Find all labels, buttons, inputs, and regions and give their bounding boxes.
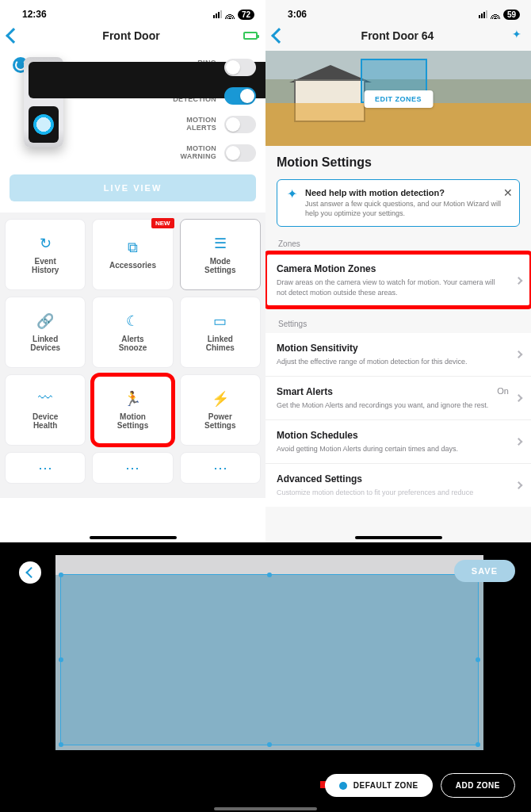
settings-card[interactable]: Motion Settings: [92, 374, 173, 446]
card-label: Power Settings: [204, 412, 235, 431]
card-label: Accessories: [109, 261, 156, 270]
misc-icon: [213, 459, 227, 477]
settings-row[interactable]: Smart AlertsGet the Motion Alerts and re…: [266, 376, 531, 419]
card-label: Linked Devices: [30, 335, 60, 353]
back-button[interactable]: [19, 561, 41, 584]
toggle-label: MOTION ALERTS: [186, 117, 216, 132]
toggle-switch[interactable]: [224, 87, 256, 105]
misc-icon: [125, 459, 139, 477]
help-title: Need help with motion detection?: [305, 188, 510, 197]
row-title: Smart Alerts: [277, 386, 520, 397]
back-button[interactable]: [6, 28, 21, 44]
zone-selection[interactable]: [60, 574, 479, 745]
clock: 3:06: [288, 9, 307, 20]
toggle-switch[interactable]: [224, 144, 256, 162]
section-label-settings: Settings: [278, 320, 518, 328]
mode-icon: [214, 235, 227, 252]
row-sub: Customize motion detection to fit your p…: [277, 488, 520, 497]
cell-signal-icon: [213, 10, 222, 18]
save-button[interactable]: SAVE: [454, 560, 515, 582]
home-indicator[interactable]: [90, 536, 177, 539]
settings-card[interactable]: Power Settings: [180, 374, 261, 446]
row-sub: Get the Motion Alerts and recordings you…: [277, 400, 520, 410]
settings-card[interactable]: NEWAccessories: [92, 219, 173, 290]
device-image: [10, 54, 78, 165]
page-title: Front Door 64: [361, 29, 434, 42]
toggle-switch[interactable]: [224, 59, 256, 76]
power-icon: [212, 390, 229, 408]
home-indicator[interactable]: [214, 807, 317, 810]
row-title: Advanced Settings: [277, 473, 520, 485]
zone-editor: SAVE DEFAULT ZONE ADD ZONE: [0, 542, 531, 812]
edit-zones-button[interactable]: EDIT ZONES: [364, 90, 433, 108]
snooze-icon: [126, 312, 139, 330]
close-icon[interactable]: ✕: [503, 186, 513, 199]
row-sub: Adjust the effective range of motion det…: [277, 357, 520, 366]
help-sub: Just answer a few quick questions, and o…: [305, 200, 510, 218]
page-title: Front Door: [102, 29, 159, 42]
section-label-zones: Zones: [278, 239, 518, 248]
camera-preview[interactable]: EDIT ZONES: [266, 51, 531, 146]
accessories-icon: [128, 239, 138, 256]
default-zone-button[interactable]: DEFAULT ZONE: [325, 774, 433, 797]
chime-icon: [213, 312, 227, 330]
wifi-icon: [225, 10, 235, 19]
link-icon: [36, 312, 54, 330]
section-title: Motion Settings: [277, 155, 520, 170]
settings-row[interactable]: Advanced SettingsCustomize motion detect…: [266, 463, 531, 507]
status-bar-left: 12:36 72: [0, 0, 266, 24]
toggle-switch[interactable]: [224, 116, 256, 133]
row-sub: Draw areas on the camera view to watch f…: [277, 278, 520, 297]
new-badge: NEW: [151, 218, 174, 228]
default-zone-label: DEFAULT ZONE: [353, 781, 418, 790]
settings-card[interactable]: Linked Chimes: [180, 297, 261, 368]
toggle-label: MOTION WARNING: [180, 145, 216, 161]
card-more[interactable]: [180, 452, 261, 484]
motion-icon: [124, 390, 141, 408]
back-button[interactable]: [271, 28, 287, 44]
settings-row[interactable]: Motion SensitivityAdjust the effective r…: [266, 333, 531, 376]
excluded-area-overlay: [266, 103, 531, 146]
live-view-button[interactable]: LIVE VIEW: [10, 174, 256, 201]
settings-card[interactable]: Device Health: [5, 374, 86, 446]
row-title: Motion Schedules: [277, 430, 520, 441]
home-indicator[interactable]: [355, 536, 442, 539]
battery-status: 59: [503, 10, 520, 20]
row-sub: Avoid getting Motion Alerts during certa…: [277, 444, 520, 454]
wizard-icon[interactable]: [510, 29, 523, 42]
settings-card[interactable]: Linked Devices: [5, 297, 86, 368]
card-label: Event History: [32, 257, 59, 275]
card-label: Motion Settings: [117, 412, 148, 431]
settings-row[interactable]: Motion SchedulesAvoid getting Motion Ale…: [266, 419, 531, 463]
settings-card[interactable]: Alerts Snooze: [92, 297, 173, 368]
row-value: On: [497, 386, 509, 396]
wand-icon: ✦: [287, 188, 297, 218]
settings-card[interactable]: Event History: [5, 219, 86, 290]
card-label: Device Health: [32, 412, 58, 431]
card-label: Alerts Snooze: [119, 335, 147, 353]
zone-color-dot: [339, 782, 347, 790]
add-zone-label: ADD ZONE: [456, 781, 500, 790]
settings-card[interactable]: Mode Settings: [180, 219, 261, 290]
card-more[interactable]: [5, 452, 86, 484]
card-label: Mode Settings: [204, 257, 235, 275]
row-title: Camera Motion Zones: [277, 263, 520, 274]
card-label: Linked Chimes: [206, 335, 235, 353]
wifi-icon: [491, 10, 500, 19]
misc-icon: [38, 459, 52, 477]
health-icon: [38, 390, 52, 408]
clock: 12:36: [22, 9, 47, 20]
battery-status: 72: [238, 10, 254, 20]
help-card[interactable]: ✦ Need help with motion detection? Just …: [277, 179, 520, 227]
add-zone-button[interactable]: ADD ZONE: [441, 773, 515, 798]
card-more[interactable]: [92, 452, 173, 484]
device-battery-icon: [243, 32, 258, 40]
row-title: Motion Sensitivity: [277, 343, 520, 354]
status-bar-right: 3:06 59: [266, 0, 531, 24]
camera-motion-zones-row[interactable]: Camera Motion Zones Draw areas on the ca…: [266, 253, 531, 306]
history-icon: [40, 235, 52, 252]
cell-signal-icon: [479, 10, 487, 18]
camera-viewport[interactable]: [55, 555, 483, 750]
